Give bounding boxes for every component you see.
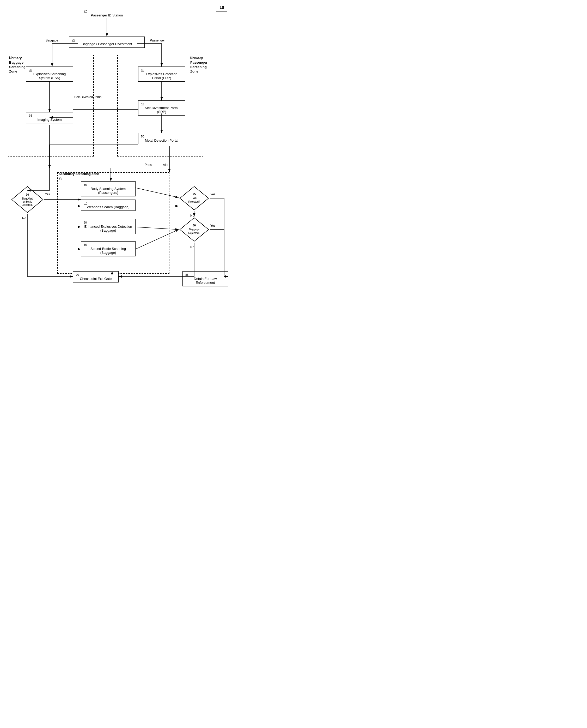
node-27: 27 Passenger ID Station — [81, 8, 133, 19]
label-75-yes: Yes — [210, 192, 216, 196]
svg-text:Rejected?: Rejected? — [188, 232, 200, 234]
node-57: 57 Weapons Search (Baggage) — [81, 200, 136, 211]
label-80-no: No — [190, 245, 194, 249]
zone-20-num: 20 — [190, 55, 193, 59]
zone-25-num: 25 — [58, 177, 62, 180]
label-70-yes: Yes — [45, 192, 50, 196]
zone-20-label: Primary Passenger Screening Zone — [190, 56, 211, 74]
zone-25-label-text: Secondary Screening Zone — [58, 172, 99, 176]
diamond-70: 70 Bag Alert or Bottle Detected? — [10, 185, 44, 214]
node-50: 50 Metal Detection Portal — [138, 133, 185, 144]
label-self-divested: Self-Divested Items — [74, 95, 101, 99]
node-85: 85 Detain For Law Enforcement — [183, 271, 228, 287]
diamond-75: 75 PAX Rejected? — [179, 185, 210, 211]
label-80-yes: Yes — [210, 224, 216, 227]
svg-text:75: 75 — [193, 192, 196, 196]
node-45: 45 Self-Divestment Portal (SDP) — [138, 100, 185, 116]
node-29: 29 Baggage / Passenger Divestment — [69, 37, 145, 48]
label-70-no: No — [22, 217, 26, 220]
ref-10: 10 — [219, 5, 224, 10]
node-55: 55 Body Scanning System (Passengers) — [81, 181, 136, 197]
label-passenger: Passenger — [150, 39, 165, 42]
svg-text:80: 80 — [193, 224, 196, 227]
svg-text:70: 70 — [26, 193, 29, 196]
diagram-container: 10 27 Passenger ID Station 29 Baggage / … — [0, 0, 235, 10]
diamond-80: 80 Baggage Rejected? — [179, 217, 210, 243]
svg-text:or Bottle: or Bottle — [22, 200, 32, 203]
label-baggage: Baggage — [46, 39, 58, 42]
svg-text:PAX: PAX — [192, 197, 197, 200]
svg-text:Bag Alert: Bag Alert — [22, 197, 33, 200]
zone-15-num: 15 — [9, 55, 13, 59]
svg-text:Detected?: Detected? — [21, 203, 33, 206]
node-65: 65 Sealed-Bottle Scanning (Baggage) — [81, 241, 136, 256]
node-40: 40 Explosives Detection Portal (EDP) — [138, 67, 185, 82]
node-30: 30 Explosives Screening System (ESS) — [26, 67, 73, 82]
node-35: 35 Imaging System — [26, 112, 73, 123]
label-pass: Pass — [145, 163, 152, 167]
node-90: 90 Checkpoint Exit Gate — [73, 271, 119, 282]
label-alert: Alert — [163, 163, 169, 167]
svg-text:Rejected?: Rejected? — [188, 200, 200, 203]
node-60: 60 Enhanced Explosives Detection (Baggag… — [81, 219, 136, 234]
svg-text:Baggage: Baggage — [189, 228, 199, 231]
